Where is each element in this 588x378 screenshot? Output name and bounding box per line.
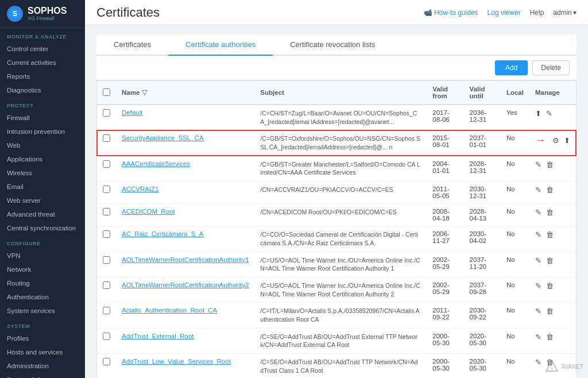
manage-icons: ✎🗑 <box>535 160 570 169</box>
sidebar-section-configure: CONFIGURE <box>0 235 85 249</box>
row-checkbox[interactable] <box>103 230 110 238</box>
sidebar-item-advanced-threat[interactable]: Advanced threat <box>0 207 85 221</box>
cert-name-link[interactable]: AC_Raiz_Certicámara_S_A <box>122 230 204 237</box>
sidebar-item-current-activities[interactable]: Current activities <box>0 56 85 70</box>
row-local-cell: No <box>501 182 529 204</box>
edit-icon[interactable]: ✎ <box>535 186 541 194</box>
tab-certificates[interactable]: Certificates <box>96 34 168 56</box>
row-checkbox[interactable] <box>103 358 110 365</box>
sidebar-item-applications[interactable]: Applications <box>0 152 85 166</box>
row-manage-cell: ✎🗑 <box>529 156 576 181</box>
delete-icon[interactable]: 🗑 <box>546 307 554 315</box>
table-toolbar: Add Delete <box>96 56 577 80</box>
sidebar-item-web[interactable]: Web <box>0 138 85 152</box>
row-checkbox[interactable] <box>103 160 110 168</box>
filter-icon[interactable]: ▽ <box>142 89 147 96</box>
cert-name-link[interactable]: ACCVRAIZ1 <box>122 186 159 192</box>
upload-icon[interactable]: ⬆ <box>535 109 541 118</box>
tab-certificate-authorities[interactable]: Certificate authorities <box>168 34 273 56</box>
upload-icon[interactable]: ⬆ <box>564 136 570 145</box>
sidebar-item-system-services[interactable]: System services <box>0 304 85 318</box>
row-checkbox[interactable] <box>103 186 110 193</box>
sidebar-item-authentication[interactable]: Authentication <box>0 290 85 304</box>
row-name-cell: AAACertificateServices <box>116 156 254 181</box>
cert-name-link[interactable]: AAACertificateServices <box>122 160 190 167</box>
sidebar-item-vpn[interactable]: VPN <box>0 249 85 263</box>
row-valid-from-cell: 2011-05-05 <box>427 182 463 204</box>
edit-icon[interactable]: ✎ <box>546 109 552 118</box>
sidebar-item-hosts-and-services[interactable]: Hosts and services <box>0 345 85 359</box>
add-button[interactable]: Add <box>495 60 528 75</box>
sidebar-item-intrusion-prevention[interactable]: Intrusion prevention <box>0 125 85 138</box>
edit-icon[interactable]: ✎ <box>535 256 541 265</box>
tab-certificate-revocation-lists[interactable]: Certificate revocation lists <box>273 34 392 56</box>
sidebar-item-routing[interactable]: Routing <box>0 276 85 290</box>
delete-icon[interactable]: 🗑 <box>546 160 554 169</box>
sidebar-item-diagnostics[interactable]: Diagnostics <box>0 83 85 97</box>
cert-name-link[interactable]: AddTrust_External_Root <box>122 333 194 340</box>
row-checkbox[interactable] <box>103 281 110 289</box>
cert-name-link[interactable]: Default <box>122 109 142 116</box>
sidebar-item-profiles[interactable]: Profiles <box>0 331 85 345</box>
row-manage-cell: ✎🗑 <box>529 252 576 277</box>
cert-name-link[interactable]: ACEDICOM_Root <box>122 208 175 215</box>
cert-name-link[interactable]: SecurityAppliance_SSL_CA <box>122 134 204 141</box>
how-to-guides-link[interactable]: 📹 How-to guides <box>424 9 478 17</box>
row-subject-cell: /C=CH/ST=Zug/L=Baar/O=Avanet OU=OU/CN=So… <box>254 105 427 130</box>
sidebar-item-reports[interactable]: Reports <box>0 70 85 83</box>
topbar: Certificates 📹 How-to guides Log viewer … <box>85 0 588 25</box>
row-checkbox-cell <box>97 303 116 328</box>
row-name-cell: AOLTimeWarnerRootCertificationAuthority1 <box>116 252 254 277</box>
edit-icon[interactable]: ✎ <box>535 281 541 290</box>
row-valid-from-cell: 2000-05-30 <box>427 328 463 353</box>
manage-icons: ✎🗑 <box>535 333 570 341</box>
help-link[interactable]: Help <box>530 9 544 17</box>
admin-menu[interactable]: admin ▾ <box>553 9 577 17</box>
row-checkbox[interactable] <box>103 307 110 314</box>
gear-icon[interactable]: ⚙ <box>552 136 559 145</box>
brand-name: SOPHOS <box>28 6 67 16</box>
cert-name-link[interactable]: AOLTimeWarnerRootCertificationAuthority2 <box>122 281 249 288</box>
row-valid-from-cell: 2002-05-29 <box>427 252 463 277</box>
edit-icon[interactable]: ✎ <box>535 358 541 367</box>
cert-name-link[interactable]: AddTrust_Low_Value_Services_Root <box>122 358 231 365</box>
edit-icon[interactable]: ✎ <box>535 307 541 315</box>
edit-icon[interactable]: ✎ <box>535 208 541 217</box>
edit-icon[interactable]: ✎ <box>535 230 541 239</box>
cert-name-link[interactable]: AOLTimeWarnerRootCertificationAuthority1 <box>122 256 249 263</box>
sidebar-item-central-synchronization[interactable]: Central synchronization <box>0 221 85 235</box>
delete-icon[interactable]: 🗑 <box>546 333 554 341</box>
select-all-checkbox[interactable] <box>103 88 110 96</box>
delete-icon[interactable]: 🗑 <box>546 208 554 217</box>
sidebar-item-email[interactable]: Email <box>0 180 85 194</box>
delete-icon[interactable]: 🗑 <box>546 230 554 239</box>
sidebar-item-network[interactable]: Network <box>0 263 85 276</box>
sidebar-item-firewall[interactable]: Firewall <box>0 111 85 125</box>
sidebar-item-administration[interactable]: Administration <box>0 359 85 373</box>
row-checkbox[interactable] <box>103 208 110 215</box>
row-checkbox[interactable] <box>103 256 110 264</box>
row-checkbox[interactable] <box>103 134 110 142</box>
row-valid-until-cell: 2020-05-30 <box>464 328 501 353</box>
sidebar-item-web-server[interactable]: Web server <box>0 194 85 207</box>
row-manage-cell: ✎🗑 <box>529 226 576 252</box>
row-valid-from-cell: 2011-09-22 <box>427 303 463 328</box>
main-content: Certificates 📹 How-to guides Log viewer … <box>85 0 588 378</box>
log-viewer-link[interactable]: Log viewer <box>488 9 521 17</box>
row-checkbox[interactable] <box>103 109 110 117</box>
edit-icon[interactable]: ✎ <box>535 160 541 169</box>
edit-icon[interactable]: ✎ <box>535 333 541 341</box>
sidebar-item-backup-firmware[interactable]: Backup & firmware <box>0 373 85 378</box>
row-valid-from-cell: 2017-08-06 <box>427 105 463 130</box>
sidebar-item-control-center[interactable]: Control center <box>0 42 85 56</box>
delete-icon[interactable]: 🗑 <box>546 281 554 290</box>
sidebar-item-wireless[interactable]: Wireless <box>0 166 85 180</box>
delete-button[interactable]: Delete <box>532 60 570 75</box>
cert-name-link[interactable]: Actalis_Authentication_Root_CA <box>122 307 217 314</box>
delete-icon[interactable]: 🗑 <box>546 256 554 265</box>
certificates-table: Name ▽ Subject Valid from Valid until Lo… <box>97 81 576 378</box>
table-row: Actalis_Authentication_Root_CA/C=IT/L=Mi… <box>97 303 576 328</box>
chevron-down-icon: ▾ <box>573 9 577 17</box>
row-checkbox[interactable] <box>103 333 110 340</box>
delete-icon[interactable]: 🗑 <box>546 186 554 194</box>
